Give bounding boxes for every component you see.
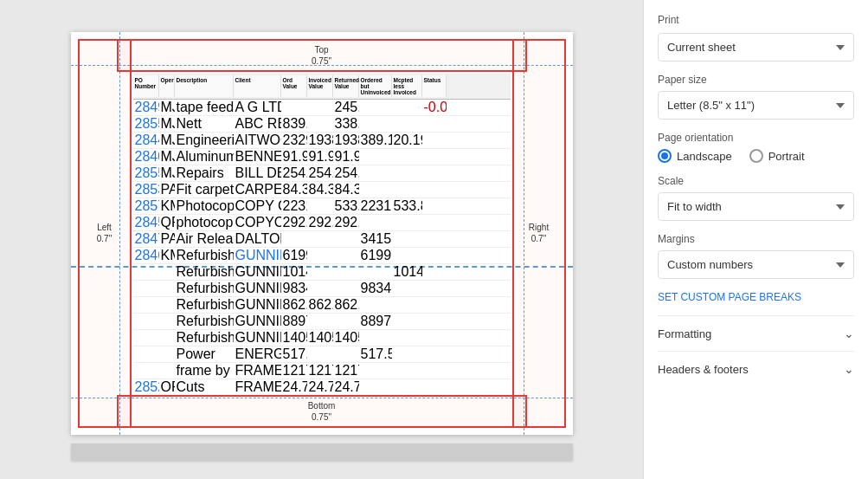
- table-row: 28479PAAir Release LabDALTONS3415.27: [133, 231, 511, 248]
- col-mcpd: Mcpted less Invoiced: [392, 75, 422, 97]
- table-row: 28553MJNettABC RENTAL839.52338.52: [133, 116, 511, 133]
- paper-size-label: Paper size: [658, 74, 854, 86]
- headers-footers-label: Headers & footers: [658, 363, 749, 376]
- preview-panel: Top 0.75" Bottom 0.75" Left 0.7": [0, 0, 643, 479]
- table-row: frame by frameFRAMERS1217.251217.251217.…: [133, 363, 511, 379]
- portrait-label: Portrait: [768, 150, 805, 163]
- portrait-radio[interactable]: [749, 149, 763, 163]
- right-margin-box[interactable]: Right 0.7": [512, 39, 566, 428]
- print-section-title: Print: [658, 14, 854, 26]
- data-rows: 28490MJtape feed guideA G LTD245.24-0.01…: [133, 100, 511, 392]
- sheet-preview: Top 0.75" Bottom 0.75" Left 0.7": [71, 32, 573, 435]
- sheet-data-area: PONumber Oper Description Client Ord Val…: [133, 74, 511, 392]
- bottom-margin-box[interactable]: Bottom 0.75": [117, 395, 527, 428]
- landscape-label: Landscape: [677, 150, 732, 163]
- col-status: Status: [422, 75, 447, 97]
- scale-label: Scale: [658, 175, 854, 187]
- landscape-option[interactable]: Landscape: [658, 149, 732, 163]
- formatting-chevron-icon: ⌄: [844, 327, 854, 340]
- table-row: 28526QPCutsFRAMERS24.7524.7524.75: [133, 379, 511, 392]
- formatting-label: Formatting: [658, 327, 711, 340]
- formatting-section[interactable]: Formatting ⌄: [658, 315, 854, 351]
- table-row: 28571KMPhotocopyingCOPY CENTRE2231.25533…: [133, 198, 511, 215]
- left-margin-box[interactable]: Left 0.7": [78, 39, 132, 428]
- print-dropdown[interactable]: Current sheet All sheets Selected cells: [658, 33, 854, 61]
- bottom-margin-label: Bottom 0.75": [308, 400, 336, 423]
- table-row: 28557MJRepairsBILL DEIR254.25254.25254.2…: [133, 165, 511, 182]
- table-row: RefurbishmentGUNNING LTD9834.739834.13: [133, 281, 511, 297]
- table-row: RefurbishmentGUNNING LTD10146.3410146.34: [133, 264, 511, 281]
- settings-panel: Print Current sheet All sheets Selected …: [643, 0, 868, 479]
- col-ord: Ord Value: [281, 75, 307, 97]
- top-margin-box[interactable]: Top 0.75": [117, 39, 527, 72]
- col-po: PONumber: [133, 75, 159, 97]
- headers-footers-chevron-icon: ⌄: [844, 362, 854, 376]
- paper-size-dropdown[interactable]: Letter (8.5" x 11") A4 A3 Legal: [658, 91, 854, 120]
- col-ordbut: Ordered but Uninvoiced: [359, 75, 392, 97]
- custom-page-breaks-link[interactable]: SET CUSTOM PAGE BREAKS: [658, 291, 854, 303]
- col-ret: Returned Value: [333, 75, 359, 97]
- second-page-preview: [71, 443, 573, 461]
- portrait-option[interactable]: Portrait: [749, 149, 805, 163]
- orientation-label: Page orientation: [658, 132, 854, 144]
- col-client: Client: [234, 75, 281, 97]
- margins-label: Margins: [658, 233, 854, 245]
- orientation-options: Landscape Portrait: [658, 149, 854, 163]
- table-row: 28469KMRefurbishmentGUNNING LTD6199.8861…: [133, 248, 511, 264]
- top-margin-label: Top 0.75": [312, 44, 331, 67]
- headers-footers-section[interactable]: Headers & footers ⌄: [658, 351, 854, 386]
- table-row: 28490MJtape feed guideA G LTD245.24-0.01: [133, 100, 511, 116]
- table-row: 28457QPphotocopierCOPYCENTRE292.5292.529…: [133, 215, 511, 231]
- landscape-radio[interactable]: [658, 149, 672, 163]
- table-row: RefurbishmentGUNNING LTD862.71862.71862.…: [133, 297, 511, 314]
- col-desc: Description: [175, 75, 234, 97]
- right-margin-label: Right 0.7": [529, 222, 549, 244]
- table-row: RefurbishmentGUNNING LTD14059.4514059.45…: [133, 330, 511, 346]
- col-inv: Invoiced Value: [307, 75, 333, 97]
- table-row: PowerENERGY PLUS517.5517.5: [133, 346, 511, 363]
- col-oper: Oper: [159, 75, 175, 97]
- left-margin-label: Left 0.7": [97, 222, 112, 244]
- scale-dropdown[interactable]: Fit to width Fit to height Fit to page N…: [658, 192, 854, 221]
- margins-dropdown[interactable]: Custom numbers Normal Narrow Wide: [658, 250, 854, 279]
- table-row: 28406MJAluminum RodBENNETS91.9191.9191.9…: [133, 149, 511, 165]
- table-row: RefurbishmentGUNNING LTD8897.788897.78: [133, 314, 511, 330]
- table-row: 28534PAFit carpetCARPET FIX84.3784.3784.…: [133, 182, 511, 198]
- table-row: 28440MJEngineeringAITWOODS2329.891938.77…: [133, 133, 511, 149]
